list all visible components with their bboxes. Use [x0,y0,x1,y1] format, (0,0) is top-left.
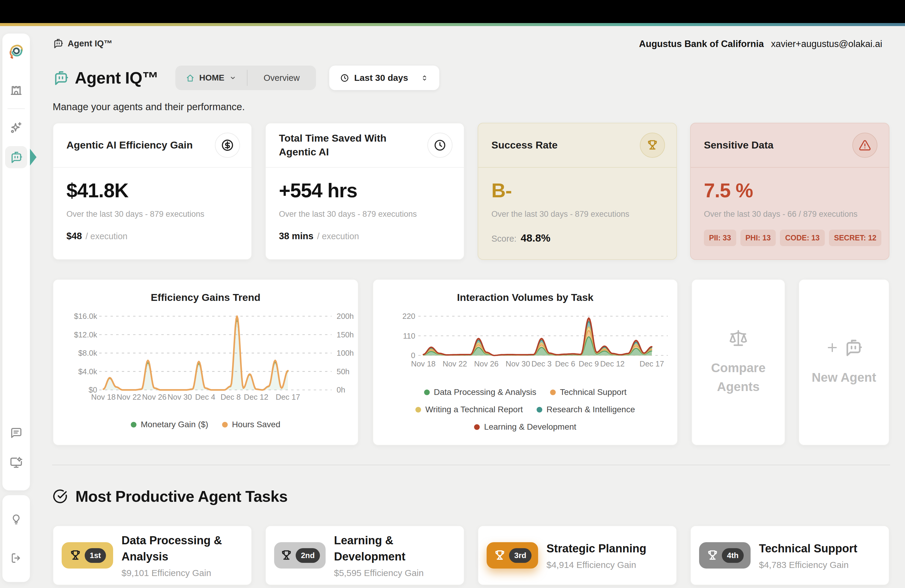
status-badge: CODE: 13 [780,230,824,246]
svg-text:Dec 3: Dec 3 [532,359,552,368]
score-label: Score: [491,234,516,244]
svg-text:0: 0 [411,351,415,359]
legend-item: Learning & Development [474,422,576,432]
rank-label: 1st [85,548,106,563]
log-out-icon [10,552,22,564]
olakai-logo[interactable] [7,42,25,62]
sidebar [2,33,30,490]
monitor-cog-icon [10,456,23,469]
task-card-rank-2: 2nd Learning & Development $5,595 Effici… [265,525,464,585]
rank-label: 4th [722,548,744,563]
svg-text:Dec 17: Dec 17 [276,393,300,401]
svg-text:$12.0k: $12.0k [74,331,97,339]
svg-text:Nov 30: Nov 30 [506,359,530,368]
task-card-rank-4: 4th Technical Support $4,783 Efficiency … [690,525,889,585]
trophy-icon [706,549,719,562]
sensitive-value: 7.5 % [704,179,876,202]
chevron-down-icon [229,74,237,82]
legend-item: Writing a Technical Report [415,405,523,414]
legend-item: Hours Saved [222,420,280,429]
task-title: Learning & Development [334,532,454,565]
svg-text:Dec 6: Dec 6 [555,359,575,368]
clock-icon [427,133,452,158]
brand-gradient-bar [0,23,905,26]
status-badge: PHI: 13 [740,230,776,246]
clock-icon [340,73,349,83]
svg-text:Nov 26: Nov 26 [474,359,499,368]
home-label: HOME [199,73,224,83]
bot-icon [53,38,64,49]
sidebar-divider [8,108,25,109]
chart-legend: Monetary Gain ($)Hours Saved [53,420,358,429]
tasks-section-header: Most Productive Agent Tasks [53,488,287,505]
sensitive-badges: PII: 33 PHI: 13 CODE: 13 SECRET: 12 [704,230,878,246]
trophy-icon [640,133,665,158]
stat-card-efficiency-gain: Agentic AI Efficiency Gain $41.8K Over t… [53,123,252,260]
sidebar-item-system-settings[interactable] [5,451,27,474]
user-email: xavier+augustus@olakai.ai [771,39,882,49]
stat-card-success-rate: Success Rate B- Over the last 30 days - … [478,123,677,260]
compare-agents-button[interactable]: Compare Agents [691,279,785,445]
house-icon [186,73,195,83]
svg-text:Dec 9: Dec 9 [579,359,599,368]
page-header: Agent IQ™ HOME Overview [53,65,439,91]
stat-title: Success Rate [491,138,557,152]
active-item-arrow [30,149,37,165]
bot-icon [10,151,23,164]
sidebar-item-workspace[interactable] [5,78,27,100]
sidebar-item-logout[interactable] [5,547,27,569]
task-gain: $4,783 Efficiency Gain [759,560,857,570]
chevrons-up-down-icon [421,74,429,82]
sparkles-icon [10,121,23,134]
svg-text:Nov 18: Nov 18 [91,393,116,401]
legend-dot [222,422,228,427]
sidebar-item-help[interactable] [5,508,27,530]
rank-badge: 4th [699,542,751,569]
svg-text:$4.0k: $4.0k [78,367,97,376]
task-gain: $4,914 Efficiency Gain [546,560,646,570]
chart-legend: Data Processing & AnalysisTechnical Supp… [373,388,677,432]
message-square-icon [10,427,22,440]
stat-caption: Over the last 30 days - 66 / 879 executi… [704,210,876,219]
stat-caption: Over the last 30 days - 879 executions [279,210,451,219]
legend-dot [131,422,137,427]
trophy-icon [69,549,82,562]
account-info: Augustus Bank of California xavier+augus… [639,39,882,49]
nav-tabs: HOME Overview [175,65,316,90]
task-gain: $9,101 Efficiency Gain [122,568,241,578]
stat-card-sensitive-data: Sensitive Data 7.5 % Over the last 30 da… [690,123,889,260]
task-title: Technical Support [759,541,857,557]
per-execution-label: / execution [317,231,359,241]
page-title: Agent IQ™ [75,68,159,87]
rank-label: 2nd [296,548,320,563]
sidebar-item-ai-tools[interactable] [5,117,27,139]
task-title: Data Processing & Analysis [122,532,241,565]
new-agent-button[interactable]: New Agent [799,279,889,445]
stat-title: Sensitive Data [704,138,773,152]
svg-text:200h: 200h [337,312,354,320]
tab-overview[interactable]: Overview [248,73,316,83]
triangle-alert-icon [852,133,878,158]
rank-badge: 1st [62,542,113,569]
svg-text:Nov 22: Nov 22 [443,359,467,368]
sidebar-item-conversations[interactable] [5,422,27,444]
circle-dollar-sign-icon [215,133,240,158]
svg-text:$8.0k: $8.0k [78,349,97,357]
date-range-button[interactable]: Last 30 days [329,65,439,90]
task-card-rank-3: 3rd Strategic Planning $4,914 Efficiency… [478,525,677,585]
legend-dot [537,407,542,413]
svg-text:150h: 150h [337,331,354,339]
home-dropdown[interactable]: HOME [175,73,247,83]
per-execution-value: $48 [67,231,82,242]
date-range-label: Last 30 days [354,73,408,83]
legend-item: Data Processing & Analysis [424,388,536,397]
svg-text:Dec 12: Dec 12 [244,393,268,401]
svg-text:50h: 50h [337,367,349,376]
per-execution-value: 38 mins [279,231,313,242]
sidebar-item-agent-iq[interactable] [5,146,27,168]
interaction-volumes-chart: Interaction Volumes by Task 0110220Nov 1… [373,279,678,445]
page-subtitle: Manage your agents and their performance… [53,101,245,113]
breadcrumb-label: Agent IQ™ [68,39,113,49]
success-grade: B- [491,179,663,202]
legend-dot [424,389,430,395]
